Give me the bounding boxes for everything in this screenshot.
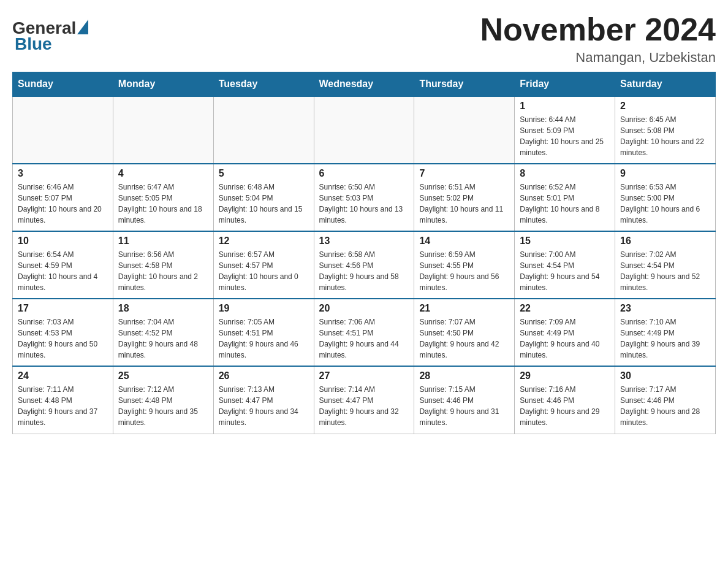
day-number: 16 bbox=[620, 236, 710, 247]
calendar-cell: 18Sunrise: 7:04 AMSunset: 4:52 PMDayligh… bbox=[113, 299, 213, 366]
day-number: 4 bbox=[118, 168, 208, 179]
day-number: 10 bbox=[18, 236, 108, 247]
day-info: Sunrise: 6:54 AMSunset: 4:59 PMDaylight:… bbox=[18, 249, 108, 293]
day-info: Sunrise: 7:04 AMSunset: 4:52 PMDaylight:… bbox=[118, 316, 208, 361]
day-number: 18 bbox=[118, 303, 208, 314]
weekday-header-tuesday: Tuesday bbox=[213, 72, 314, 97]
logo-blue-text: Blue bbox=[15, 34, 52, 54]
calendar-cell bbox=[213, 96, 314, 164]
day-info: Sunrise: 7:16 AMSunset: 4:46 PMDaylight:… bbox=[520, 384, 610, 428]
calendar-cell: 13Sunrise: 6:58 AMSunset: 4:56 PMDayligh… bbox=[314, 231, 414, 299]
day-number: 23 bbox=[620, 303, 710, 314]
day-info: Sunrise: 6:53 AMSunset: 5:00 PMDaylight:… bbox=[620, 182, 710, 226]
calendar-cell: 30Sunrise: 7:17 AMSunset: 4:46 PMDayligh… bbox=[615, 366, 716, 434]
day-info: Sunrise: 6:58 AMSunset: 4:56 PMDaylight:… bbox=[319, 249, 409, 293]
day-number: 20 bbox=[319, 303, 409, 314]
calendar-cell: 28Sunrise: 7:15 AMSunset: 4:46 PMDayligh… bbox=[414, 366, 515, 434]
calendar-cell: 25Sunrise: 7:12 AMSunset: 4:48 PMDayligh… bbox=[113, 366, 213, 434]
calendar-cell: 27Sunrise: 7:14 AMSunset: 4:47 PMDayligh… bbox=[314, 366, 414, 434]
weekday-header-saturday: Saturday bbox=[615, 72, 716, 97]
day-number: 15 bbox=[520, 236, 610, 247]
day-number: 14 bbox=[419, 236, 509, 247]
calendar-cell: 19Sunrise: 7:05 AMSunset: 4:51 PMDayligh… bbox=[213, 299, 314, 366]
day-number: 19 bbox=[219, 303, 309, 314]
calendar-cell: 12Sunrise: 6:57 AMSunset: 4:57 PMDayligh… bbox=[213, 231, 314, 299]
calendar-table: SundayMondayTuesdayWednesdayThursdayFrid… bbox=[12, 72, 716, 434]
calendar-cell: 16Sunrise: 7:02 AMSunset: 4:54 PMDayligh… bbox=[615, 231, 716, 299]
day-info: Sunrise: 7:00 AMSunset: 4:54 PMDaylight:… bbox=[520, 249, 610, 293]
day-number: 29 bbox=[520, 370, 610, 381]
day-number: 2 bbox=[620, 101, 710, 112]
week-row-3: 10Sunrise: 6:54 AMSunset: 4:59 PMDayligh… bbox=[13, 231, 716, 299]
day-number: 7 bbox=[419, 168, 509, 179]
calendar-cell bbox=[113, 96, 213, 164]
day-info: Sunrise: 6:59 AMSunset: 4:55 PMDaylight:… bbox=[419, 249, 509, 293]
svg-marker-0 bbox=[77, 20, 88, 34]
day-info: Sunrise: 7:05 AMSunset: 4:51 PMDaylight:… bbox=[219, 316, 309, 361]
day-number: 11 bbox=[118, 236, 208, 247]
day-info: Sunrise: 7:02 AMSunset: 4:54 PMDaylight:… bbox=[620, 249, 710, 293]
day-number: 28 bbox=[419, 370, 509, 381]
day-number: 6 bbox=[319, 168, 409, 179]
calendar-cell bbox=[314, 96, 414, 164]
day-info: Sunrise: 6:44 AMSunset: 5:09 PMDaylight:… bbox=[520, 114, 610, 158]
day-number: 24 bbox=[18, 370, 108, 381]
calendar-cell: 9Sunrise: 6:53 AMSunset: 5:00 PMDaylight… bbox=[615, 164, 716, 231]
calendar-cell: 29Sunrise: 7:16 AMSunset: 4:46 PMDayligh… bbox=[515, 366, 615, 434]
day-info: Sunrise: 7:13 AMSunset: 4:47 PMDaylight:… bbox=[219, 384, 309, 428]
calendar-cell: 26Sunrise: 7:13 AMSunset: 4:47 PMDayligh… bbox=[213, 366, 314, 434]
day-number: 1 bbox=[520, 101, 610, 112]
day-number: 25 bbox=[118, 370, 208, 381]
day-info: Sunrise: 7:15 AMSunset: 4:46 PMDaylight:… bbox=[419, 384, 509, 428]
calendar-cell: 22Sunrise: 7:09 AMSunset: 4:49 PMDayligh… bbox=[515, 299, 615, 366]
calendar-cell: 24Sunrise: 7:11 AMSunset: 4:48 PMDayligh… bbox=[13, 366, 113, 434]
day-info: Sunrise: 6:51 AMSunset: 5:02 PMDaylight:… bbox=[419, 182, 509, 226]
day-info: Sunrise: 6:50 AMSunset: 5:03 PMDaylight:… bbox=[319, 182, 409, 226]
weekday-header-wednesday: Wednesday bbox=[314, 72, 414, 97]
weekday-header-monday: Monday bbox=[113, 72, 213, 97]
month-title: November 2024 bbox=[480, 12, 716, 47]
day-info: Sunrise: 7:12 AMSunset: 4:48 PMDaylight:… bbox=[118, 384, 208, 428]
day-info: Sunrise: 7:11 AMSunset: 4:48 PMDaylight:… bbox=[18, 384, 108, 428]
weekday-header-sunday: Sunday bbox=[13, 72, 113, 97]
day-number: 27 bbox=[319, 370, 409, 381]
day-info: Sunrise: 7:10 AMSunset: 4:49 PMDaylight:… bbox=[620, 316, 710, 361]
calendar-cell: 3Sunrise: 6:46 AMSunset: 5:07 PMDaylight… bbox=[13, 164, 113, 231]
calendar-cell: 6Sunrise: 6:50 AMSunset: 5:03 PMDaylight… bbox=[314, 164, 414, 231]
calendar-cell: 11Sunrise: 6:56 AMSunset: 4:58 PMDayligh… bbox=[113, 231, 213, 299]
calendar-cell: 8Sunrise: 6:52 AMSunset: 5:01 PMDaylight… bbox=[515, 164, 615, 231]
day-info: Sunrise: 6:57 AMSunset: 4:57 PMDaylight:… bbox=[219, 249, 309, 293]
calendar-cell: 2Sunrise: 6:45 AMSunset: 5:08 PMDaylight… bbox=[615, 96, 716, 164]
day-number: 22 bbox=[520, 303, 610, 314]
weekday-header-friday: Friday bbox=[515, 72, 615, 97]
day-info: Sunrise: 6:46 AMSunset: 5:07 PMDaylight:… bbox=[18, 182, 108, 226]
day-number: 8 bbox=[520, 168, 610, 179]
weekday-header-thursday: Thursday bbox=[414, 72, 515, 97]
calendar-cell bbox=[13, 96, 113, 164]
day-info: Sunrise: 7:09 AMSunset: 4:49 PMDaylight:… bbox=[520, 316, 610, 361]
day-info: Sunrise: 6:56 AMSunset: 4:58 PMDaylight:… bbox=[118, 249, 208, 293]
day-info: Sunrise: 7:17 AMSunset: 4:46 PMDaylight:… bbox=[620, 384, 710, 428]
week-row-5: 24Sunrise: 7:11 AMSunset: 4:48 PMDayligh… bbox=[13, 366, 716, 434]
day-number: 30 bbox=[620, 370, 710, 381]
week-row-1: 1Sunrise: 6:44 AMSunset: 5:09 PMDaylight… bbox=[13, 96, 716, 164]
day-number: 3 bbox=[18, 168, 108, 179]
title-block: November 2024 Namangan, Uzbekistan bbox=[480, 12, 716, 66]
day-number: 17 bbox=[18, 303, 108, 314]
day-number: 21 bbox=[419, 303, 509, 314]
day-info: Sunrise: 7:06 AMSunset: 4:51 PMDaylight:… bbox=[319, 316, 409, 361]
calendar-cell: 1Sunrise: 6:44 AMSunset: 5:09 PMDaylight… bbox=[515, 96, 615, 164]
day-info: Sunrise: 6:48 AMSunset: 5:04 PMDaylight:… bbox=[219, 182, 309, 226]
location-title: Namangan, Uzbekistan bbox=[480, 50, 716, 66]
logo-triangle-icon bbox=[77, 20, 88, 34]
weekday-header-row: SundayMondayTuesdayWednesdayThursdayFrid… bbox=[13, 72, 716, 97]
calendar-cell: 17Sunrise: 7:03 AMSunset: 4:53 PMDayligh… bbox=[13, 299, 113, 366]
day-number: 13 bbox=[319, 236, 409, 247]
day-number: 12 bbox=[219, 236, 309, 247]
calendar-cell: 10Sunrise: 6:54 AMSunset: 4:59 PMDayligh… bbox=[13, 231, 113, 299]
calendar-cell: 23Sunrise: 7:10 AMSunset: 4:49 PMDayligh… bbox=[615, 299, 716, 366]
week-row-4: 17Sunrise: 7:03 AMSunset: 4:53 PMDayligh… bbox=[13, 299, 716, 366]
day-info: Sunrise: 6:47 AMSunset: 5:05 PMDaylight:… bbox=[118, 182, 208, 226]
day-info: Sunrise: 7:03 AMSunset: 4:53 PMDaylight:… bbox=[18, 316, 108, 361]
calendar-cell: 21Sunrise: 7:07 AMSunset: 4:50 PMDayligh… bbox=[414, 299, 515, 366]
